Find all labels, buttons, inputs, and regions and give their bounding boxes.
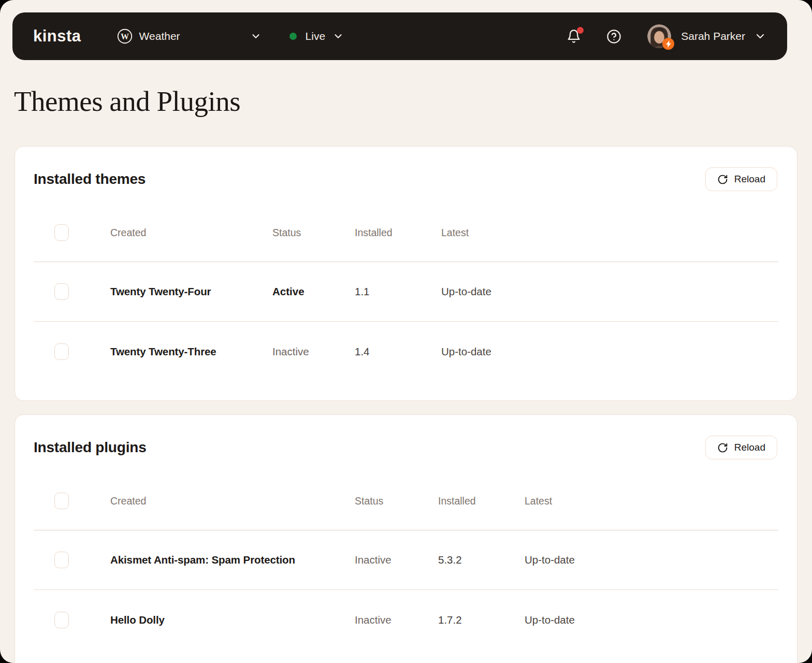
help-button[interactable]: [606, 29, 621, 44]
help-icon: [606, 29, 621, 44]
theme-status: Active: [272, 285, 355, 298]
plugins-card-title: Installed plugins: [34, 436, 147, 459]
themes-select-all-checkbox[interactable]: [54, 224, 69, 241]
column-header-status: Status: [355, 495, 438, 507]
theme-status: Inactive: [272, 345, 355, 358]
theme-name: Twenty Twenty-Three: [110, 345, 272, 358]
column-header-latest: Latest: [441, 227, 778, 239]
kinsta-logo[interactable]: kinsta: [33, 27, 81, 46]
site-selector-label: Weather: [139, 30, 180, 42]
environment-label: Live: [306, 30, 326, 42]
themes-reload-button[interactable]: Reload: [705, 167, 777, 191]
column-header-installed: Installed: [355, 227, 441, 239]
notification-dot: [577, 27, 584, 34]
top-navbar: kinsta W Weather Live: [12, 12, 787, 60]
installed-plugins-card: Installed plugins Reload Created Status …: [15, 414, 798, 663]
app-window: kinsta W Weather Live: [0, 0, 812, 663]
row-checkbox[interactable]: [54, 343, 69, 360]
navbar-right-cluster: Sarah Parker: [567, 24, 766, 48]
plugin-status: Inactive: [355, 554, 438, 566]
plugins-table: Created Status Installed Latest Akismet …: [15, 459, 797, 650]
chevron-down-icon: [250, 31, 262, 42]
themes-table: Created Status Installed Latest Twenty T…: [15, 191, 797, 381]
wordpress-icon: W: [117, 28, 133, 44]
column-header-created: Created: [110, 227, 272, 239]
reload-label: Reload: [734, 442, 765, 453]
plugins-table-header-row: Created Status Installed Latest: [34, 459, 778, 530]
column-header-latest: Latest: [525, 495, 778, 507]
lightning-badge-icon: [662, 38, 674, 50]
plugin-installed: 1.7.2: [438, 614, 525, 626]
theme-installed: 1.1: [355, 285, 441, 298]
theme-installed: 1.4: [355, 345, 441, 358]
column-header-created: Created: [110, 495, 355, 507]
page-title: Themes and Plugins: [14, 85, 240, 118]
plugins-select-all-checkbox[interactable]: [54, 493, 69, 509]
table-row: Twenty Twenty-Three Inactive 1.4 Up-to-d…: [34, 322, 778, 381]
themes-card-title: Installed themes: [34, 167, 146, 191]
reload-icon: [717, 174, 728, 185]
plugin-name: Hello Dolly: [110, 614, 355, 626]
theme-name: Twenty Twenty-Four: [110, 285, 272, 298]
plugin-status: Inactive: [355, 614, 438, 626]
themes-table-header-row: Created Status Installed Latest: [34, 191, 778, 262]
plugin-latest: Up-to-date: [525, 554, 778, 566]
plugin-name: Akismet Anti-spam: Spam Protection: [110, 554, 355, 566]
site-selector-dropdown[interactable]: W Weather: [117, 28, 262, 44]
theme-latest: Up-to-date: [441, 345, 778, 358]
user-name[interactable]: Sarah Parker: [681, 30, 745, 42]
row-checkbox[interactable]: [54, 612, 69, 628]
theme-latest: Up-to-date: [441, 285, 778, 298]
plugin-installed: 5.3.2: [438, 554, 525, 566]
user-avatar[interactable]: [647, 24, 671, 48]
plugins-reload-button[interactable]: Reload: [705, 436, 777, 459]
plugin-latest: Up-to-date: [525, 614, 778, 626]
live-status-dot: [289, 33, 297, 40]
table-row: Twenty Twenty-Four Active 1.1 Up-to-date: [34, 262, 778, 322]
installed-themes-card: Installed themes Reload Created Status I…: [15, 146, 798, 401]
environment-selector-dropdown[interactable]: Live: [289, 30, 344, 42]
notifications-button[interactable]: [567, 29, 581, 44]
chevron-down-icon: [332, 31, 344, 42]
chevron-down-icon[interactable]: [754, 30, 766, 42]
column-header-installed: Installed: [438, 495, 525, 507]
table-row: Akismet Anti-spam: Spam Protection Inact…: [34, 530, 778, 590]
reload-label: Reload: [734, 174, 765, 185]
svg-text:W: W: [121, 32, 129, 41]
table-row: Hello Dolly Inactive 1.7.2 Up-to-date: [34, 590, 778, 650]
reload-icon: [717, 442, 728, 453]
row-checkbox[interactable]: [54, 552, 69, 568]
row-checkbox[interactable]: [54, 283, 69, 300]
column-header-status: Status: [272, 227, 355, 239]
